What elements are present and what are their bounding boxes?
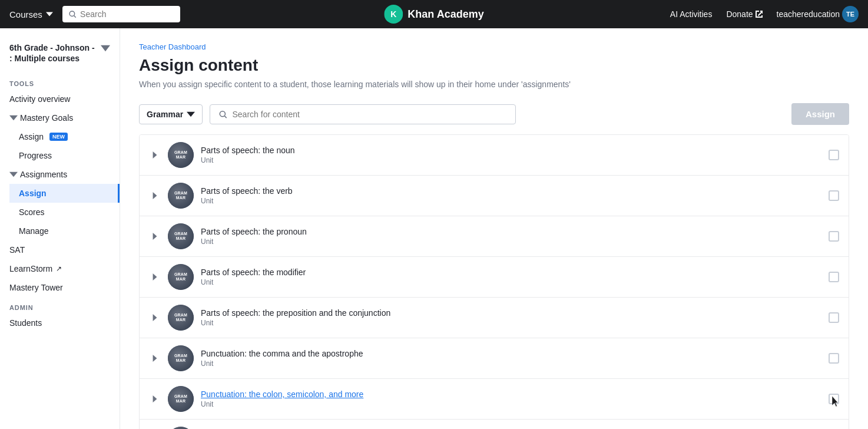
scores-label: Scores: [19, 207, 45, 217]
mastery-goals-toggle[interactable]: Mastery Goals: [0, 108, 120, 127]
content-info: Parts of speech: the modifier Unit: [201, 268, 821, 286]
expand-icon[interactable]: [149, 190, 161, 202]
filters-bar: Grammar Assign: [139, 103, 849, 125]
sidebar-item-mastery-tower[interactable]: Mastery Tower: [0, 278, 120, 297]
chevron-down-icon: [101, 44, 110, 53]
content-info: Parts of speech: the noun Unit: [201, 146, 821, 164]
table-row: GRAMMAR Parts of speech: the verb Unit: [140, 176, 849, 216]
sidebar-item-activity-overview[interactable]: Activity overview: [0, 90, 120, 108]
search-icon: [218, 110, 227, 119]
content-checkbox[interactable]: [829, 272, 839, 282]
svg-point-4: [220, 111, 226, 116]
assign-label: Assign: [19, 189, 47, 198]
svg-line-1: [74, 15, 75, 17]
filter-label: Grammar: [147, 110, 183, 119]
content-info: Punctuation: the colon, semicolon, and m…: [201, 390, 821, 408]
content-title: Parts of speech: the noun: [201, 146, 821, 155]
assignments-toggle[interactable]: Assignments: [0, 165, 120, 184]
expand-icon[interactable]: [149, 312, 161, 324]
content-info: Parts of speech: the pronoun Unit: [201, 227, 821, 246]
content-checkbox[interactable]: [829, 150, 839, 160]
mastery-progress-label: Progress: [19, 151, 52, 160]
content-thumbnail: GRAMMAR: [168, 183, 194, 209]
content-checkbox[interactable]: [829, 353, 839, 364]
sidebar-item-manage[interactable]: Manage: [9, 222, 120, 240]
chevron-down-icon: [187, 110, 195, 118]
sidebar-item-learnstorm[interactable]: LearnStorm ↗: [0, 259, 120, 278]
content-checkbox[interactable]: [829, 231, 839, 242]
sidebar-item-scores[interactable]: Scores: [9, 203, 120, 222]
table-row: GRAMMAR Parts of speech: the preposition…: [140, 298, 849, 338]
content-thumbnail: GRAMMAR: [168, 427, 194, 429]
sat-label: SAT: [9, 245, 25, 255]
expand-icon[interactable]: [149, 230, 161, 242]
expand-icon[interactable]: [149, 352, 161, 364]
chevron-down-icon: [9, 114, 18, 122]
activity-overview-label: Activity overview: [9, 94, 70, 104]
manage-label: Manage: [19, 226, 49, 236]
donate-label: Donate: [726, 9, 753, 19]
top-search-box[interactable]: [62, 6, 180, 22]
table-row: GRAMMAR Syntax: sentences and clauses Un…: [140, 420, 849, 429]
table-row: GRAMMAR Parts of speech: the pronoun Uni…: [140, 216, 849, 257]
content-thumbnail: GRAMMAR: [168, 305, 194, 331]
user-menu[interactable]: teachereducation TE: [777, 6, 859, 22]
mastery-assign-label: Assign: [19, 132, 44, 141]
sidebar-item-students[interactable]: Students: [0, 314, 120, 332]
sidebar-item-mastery-progress[interactable]: Progress: [9, 146, 120, 165]
mastery-goals-group: Mastery Goals Assign NEW Progress: [0, 108, 120, 165]
courses-dropdown[interactable]: Courses: [9, 9, 53, 19]
content-title: Parts of speech: the preposition and the…: [201, 308, 821, 318]
topnav-right-area: AI Activities Donate teachereducation TE: [670, 6, 859, 22]
tools-section-label: TOOLS: [0, 73, 120, 90]
new-badge: NEW: [49, 133, 68, 141]
content-subtitle: Unit: [201, 319, 821, 327]
expand-icon[interactable]: [149, 393, 161, 405]
site-logo: K Khan Academy: [384, 5, 483, 24]
top-search-input[interactable]: [80, 9, 174, 19]
class-name: 6th Grade - Johnson - : Multiple courses: [9, 42, 98, 64]
subject-filter-dropdown[interactable]: Grammar: [139, 104, 203, 124]
content-subtitle: Unit: [201, 156, 821, 164]
username: teachereducation: [777, 9, 840, 19]
content-subtitle: Unit: [201, 278, 821, 286]
table-row: GRAMMAR Parts of speech: the noun Unit: [140, 135, 849, 176]
breadcrumb[interactable]: Teacher Dashboard: [139, 42, 849, 51]
content-subtitle: Unit: [201, 237, 821, 246]
donate-link[interactable]: Donate: [726, 9, 762, 19]
content-thumbnail: GRAMMAR: [168, 264, 194, 290]
content-search-box[interactable]: [210, 104, 516, 124]
sidebar-item-sat[interactable]: SAT: [0, 240, 120, 259]
content-search-input[interactable]: [233, 110, 508, 119]
content-subtitle: Unit: [201, 197, 821, 205]
search-icon: [68, 9, 77, 19]
content-title: Parts of speech: the modifier: [201, 268, 821, 277]
sidebar-item-mastery-assign[interactable]: Assign NEW: [9, 127, 120, 146]
user-avatar: TE: [842, 6, 859, 22]
assign-button[interactable]: Assign: [791, 103, 849, 125]
assignments-label: Assignments: [20, 170, 67, 179]
page-subtitle: When you assign specific content to a st…: [139, 80, 849, 89]
content-thumbnail: GRAMMAR: [168, 223, 194, 249]
svg-text:K: K: [390, 9, 396, 19]
expand-icon[interactable]: [149, 149, 161, 161]
content-checkbox[interactable]: [829, 312, 839, 323]
content-info: Punctuation: the comma and the apostroph…: [201, 349, 821, 368]
content-thumbnail: GRAMMAR: [168, 142, 194, 168]
content-title: Parts of speech: the verb: [201, 186, 821, 196]
class-selector[interactable]: 6th Grade - Johnson - : Multiple courses: [0, 38, 120, 73]
table-row: GRAMMAR Punctuation: the comma and the a…: [140, 338, 849, 379]
external-link-icon: [756, 11, 763, 18]
sidebar-item-assign[interactable]: Assign: [9, 184, 120, 203]
khan-logo-icon: K: [384, 5, 403, 24]
ai-activities-link[interactable]: AI Activities: [670, 9, 713, 19]
content-list: GRAMMAR Parts of speech: the noun Unit G…: [139, 134, 849, 429]
content-checkbox[interactable]: [829, 190, 839, 201]
content-checkbox[interactable]: [829, 394, 839, 404]
content-title[interactable]: Punctuation: the colon, semicolon, and m…: [201, 390, 821, 399]
site-name: Khan Academy: [408, 8, 483, 21]
content-subtitle: Unit: [201, 400, 821, 408]
expand-icon[interactable]: [149, 271, 161, 283]
content-title: Punctuation: the comma and the apostroph…: [201, 349, 821, 358]
page-title: Assign content: [139, 56, 849, 75]
